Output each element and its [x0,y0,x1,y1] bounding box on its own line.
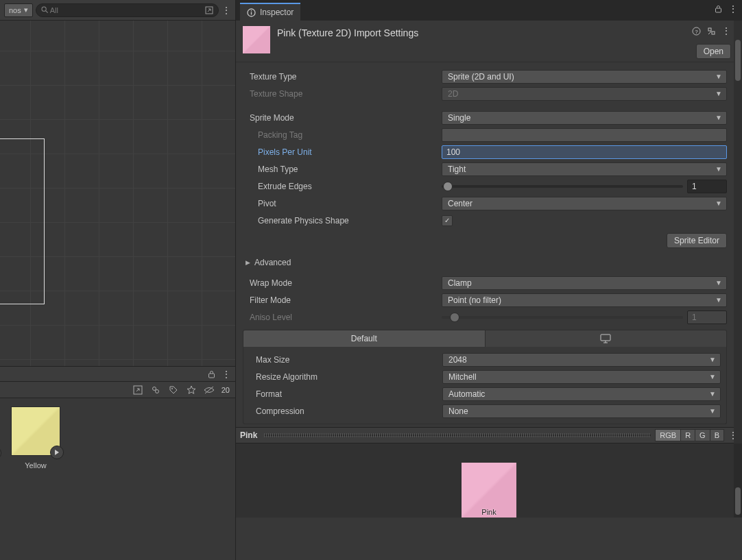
scrollbar[interactable] [734,21,742,457]
row-pixels-per-unit: Pixels Per Unit [243,143,727,160]
label-mesh-type: Mesh Type [243,165,442,174]
component-menu-icon[interactable]: ⋮ [721,26,731,36]
dropdown-texture-type[interactable]: Sprite (2D and UI)▼ [442,70,727,84]
label-pivot: Pivot [243,199,442,208]
dropdown-compression[interactable]: None▼ [442,404,721,418]
slider-handle[interactable] [443,182,453,191]
svg-point-6 [155,389,158,393]
panel-menu-icon[interactable]: ⋮ [222,369,231,379]
row-compression: Compression None▼ [249,402,721,419]
dropdown-mesh-type[interactable]: Tight▼ [442,162,727,176]
gizmos-dropdown[interactable]: nos ▾ [4,3,33,17]
dropdown-pivot[interactable]: Center▼ [442,197,727,210]
preview-thumb-label: Pink [481,508,496,516]
search-icon [40,5,50,15]
yellow-swatch-icon [11,406,60,456]
scene-menu-icon[interactable]: ⋮ [222,5,231,15]
scene-search-input[interactable] [50,6,204,14]
row-wrap-mode: Wrap Mode Clamp▼ [243,274,727,291]
panel-menu-icon[interactable]: ⋮ [728,4,738,14]
play-badge-icon [50,446,64,459]
chevron-down-icon: ▼ [715,165,722,173]
asset-title: Pink (Texture 2D) Import Settings [277,27,418,38]
svg-point-5 [152,387,156,390]
input-pixels-per-unit[interactable] [442,145,727,159]
dropdown-wrap-mode[interactable]: Clamp▼ [442,276,727,290]
dropdown-format[interactable]: Automatic▼ [442,387,721,401]
scene-view[interactable] [0,21,235,367]
dropdown-sprite-mode[interactable]: Single▼ [442,111,727,125]
chevron-down-icon: ▼ [709,356,716,363]
info-icon [247,8,256,17]
svg-point-7 [171,388,173,389]
dropdown-filter-mode[interactable]: Point (no filter)▼ [442,293,727,307]
channel-buttons: RGB R G B [655,429,724,441]
row-max-size: Max Size 2048▼ [249,351,721,368]
label-resize-algo: Resize Algorithm [249,372,442,382]
preview-scrollbar[interactable] [734,443,742,518]
svg-rect-3 [208,374,214,378]
lock-icon[interactable] [206,369,216,379]
preview-slider[interactable] [264,435,651,436]
chevron-down-icon: ▼ [715,114,722,121]
row-aniso: Aniso Level [243,308,727,326]
channel-rgb-button[interactable]: RGB [655,429,681,441]
preview-scrollbar-thumb[interactable] [735,487,741,515]
chevron-down-icon: ▼ [709,373,716,380]
triangle-right-icon: ▶ [246,259,250,266]
tab-inspector[interactable]: Inspector [240,3,300,21]
expand-search-icon[interactable] [204,5,214,15]
channel-b-button[interactable]: B [710,429,724,441]
label-texture-type: Texture Type [243,72,442,82]
expand-icon[interactable] [132,385,143,395]
platform-body: Max Size 2048▼ Resize Algorithm Mitchell… [243,347,727,424]
tag-icon[interactable] [168,385,179,395]
label-aniso: Aniso Level [243,313,442,322]
svg-rect-15 [708,28,711,31]
svg-text:?: ? [695,28,698,34]
row-sprite-mode: Sprite Mode Single▼ [243,109,727,126]
chevron-down-icon: ▼ [715,90,722,97]
label-compression: Compression [249,406,442,416]
dropdown-resize-algo[interactable]: Mitchell▼ [442,370,721,384]
monitor-icon [600,334,611,343]
channel-r-button[interactable]: R [681,429,695,441]
inspector-panel: Inspector ⋮ Pink (Texture 2D) Import Set… [235,0,742,560]
channel-g-button[interactable]: G [695,429,710,441]
hidden-icon[interactable] [204,385,215,395]
scene-toolbar: nos ▾ ⋮ [0,0,235,21]
sprite-editor-button[interactable]: Sprite Editor [667,233,727,248]
row-mesh-type: Mesh Type Tight▼ [243,160,727,178]
open-button[interactable]: Open [696,44,731,59]
lock-icon[interactable] [713,4,723,14]
preset-icon[interactable] [706,26,716,36]
input-extrude-edges[interactable] [687,180,727,193]
dropdown-max-size[interactable]: 2048▼ [442,353,721,367]
asset-item-yellow[interactable]: Yellow [11,406,60,552]
filter-icon[interactable] [150,385,161,395]
project-grid[interactable]: Yellow [0,398,235,560]
row-texture-shape: Texture Shape 2D▼ [243,85,727,102]
platform-tab-default[interactable]: Default [243,330,485,347]
row-resize-algo: Resize Algorithm Mitchell▼ [249,368,721,385]
platform-tab-standalone[interactable] [485,330,727,347]
asset-thumbnail-icon [243,26,270,53]
scene-object-rect[interactable] [0,138,45,304]
row-pivot: Pivot Center▼ [243,195,727,212]
foldout-advanced[interactable]: ▶ Advanced [243,255,727,270]
inspector-body: Pink (Texture 2D) Import Settings ? ⋮ Op… [236,21,742,560]
help-icon[interactable]: ? [691,26,701,36]
star-icon[interactable] [186,385,197,395]
checkbox-generate-physics[interactable] [442,215,453,226]
scene-search[interactable] [36,3,219,17]
label-filter-mode: Filter Mode [243,295,442,305]
slider-extrude-edges[interactable] [442,185,683,188]
svg-line-17 [708,32,711,34]
inspector-tab-bar: Inspector ⋮ [236,0,742,21]
input-packing-tag[interactable] [442,128,727,142]
label-format: Format [249,389,442,399]
chevron-down-icon: ▼ [715,73,722,80]
import-settings: Texture Type Sprite (2D and UI)▼ Texture… [236,65,742,427]
preview-texture[interactable]: Pink [462,463,516,518]
chevron-down-icon: ▼ [709,407,716,415]
